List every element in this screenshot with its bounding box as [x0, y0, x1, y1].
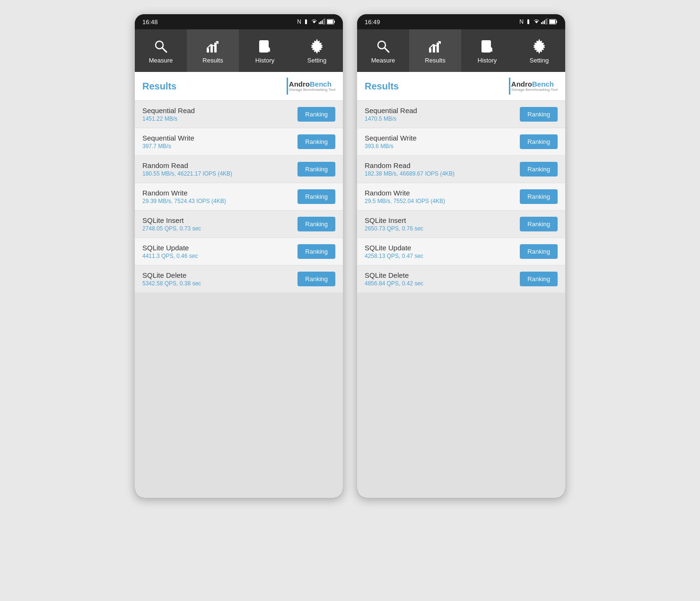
ranking-button[interactable]: Ranking — [520, 272, 558, 286]
ranking-button[interactable]: Ranking — [520, 107, 558, 122]
nav-item-results[interactable]: Results — [409, 29, 461, 72]
nav-label-results: Results — [425, 57, 445, 64]
nav-label-measure: Measure — [149, 57, 173, 64]
result-info: SQLite Delete4856.84 QPS, 0.42 sec — [365, 271, 423, 287]
ranking-button[interactable]: Ranking — [298, 107, 335, 122]
ranking-button[interactable]: Ranking — [298, 217, 335, 231]
result-value: 397.7 MB/s — [142, 143, 194, 150]
result-value: 180.55 MB/s, 46221.17 IOPS (4KB) — [142, 170, 232, 177]
svg-rect-25 — [547, 18, 548, 24]
result-value: 4856.84 QPS, 0.42 sec — [365, 280, 423, 287]
logo-sub: Storage Benchmarking Tool — [289, 88, 335, 92]
result-value: 29.39 MB/s, 7524.43 IOPS (4KB) — [142, 198, 226, 204]
nav-label-setting: Setting — [307, 57, 326, 64]
results-title: Results — [142, 81, 176, 92]
results-header: ResultsAndroBenchStorage Benchmarking To… — [357, 72, 565, 101]
result-name: Random Read — [142, 161, 232, 169]
result-row: Sequential Read1451.22 MB/sRanking — [135, 101, 343, 128]
wifi-icon — [533, 18, 540, 25]
content-area: ResultsAndroBenchStorage Benchmarking To… — [135, 72, 343, 498]
nav-item-measure[interactable]: Measure — [135, 29, 187, 72]
nav-label-history: History — [255, 57, 274, 64]
result-row: SQLite Insert2650.73 QPS, 0.76 secRankin… — [357, 211, 565, 238]
status-icons: N — [519, 18, 558, 25]
phone-1: 16:48 N MeasureResultsHistorySettingResu… — [135, 14, 343, 498]
svg-rect-8 — [334, 21, 335, 23]
ranking-button[interactable]: Ranking — [520, 134, 558, 149]
svg-rect-24 — [545, 19, 546, 24]
battery-icon — [327, 19, 335, 25]
svg-rect-3 — [322, 20, 323, 24]
ranking-button[interactable]: Ranking — [298, 189, 335, 204]
result-value: 4258.13 QPS, 0.47 sec — [365, 253, 423, 259]
setting-icon — [308, 38, 325, 55]
ranking-button[interactable]: Ranking — [520, 217, 558, 231]
result-row: Sequential Write393.6 MB/sRanking — [357, 128, 565, 156]
logo-text: AndroBenchStorage Benchmarking Tool — [511, 80, 558, 92]
result-row: Sequential Write397.7 MB/sRanking — [135, 128, 343, 156]
svg-rect-31 — [429, 48, 431, 53]
nav-item-setting[interactable]: Setting — [291, 29, 343, 72]
phone-2: 16:49 N MeasureResultsHistorySettingResu… — [357, 14, 565, 498]
result-name: SQLite Delete — [142, 271, 201, 279]
result-name: Sequential Write — [365, 134, 417, 142]
status-time: 16:48 — [142, 18, 158, 26]
status-icons: N — [297, 18, 335, 25]
svg-rect-4 — [323, 19, 324, 24]
svg-rect-11 — [207, 48, 209, 53]
result-info: SQLite Delete5342.58 QPS, 0.38 sec — [142, 271, 201, 287]
ranking-button[interactable]: Ranking — [520, 162, 558, 177]
ranking-button[interactable]: Ranking — [298, 272, 335, 286]
svg-line-30 — [385, 48, 389, 52]
nfc-icon: N — [519, 18, 524, 25]
ranking-button[interactable]: Ranking — [298, 134, 335, 149]
result-row: Sequential Read1470.5 MB/sRanking — [357, 101, 565, 128]
ranking-button[interactable]: Ranking — [298, 244, 335, 259]
svg-rect-27 — [550, 20, 555, 24]
svg-rect-23 — [544, 20, 545, 24]
svg-rect-1 — [319, 22, 320, 24]
result-row: SQLite Insert2748.05 QPS, 0.73 secRankin… — [135, 211, 343, 238]
result-row: SQLite Update4411.3 QPS, 0.46 secRanking — [135, 238, 343, 265]
svg-rect-32 — [433, 45, 435, 53]
vibrate-icon — [303, 18, 309, 25]
result-info: SQLite Update4411.3 QPS, 0.46 sec — [142, 244, 198, 259]
result-name: SQLite Insert — [142, 216, 201, 224]
results-header: ResultsAndroBenchStorage Benchmarking To… — [135, 72, 343, 101]
results-title: Results — [365, 81, 399, 92]
logo-sub: Storage Benchmarking Tool — [511, 88, 558, 92]
nav-item-history[interactable]: History — [461, 29, 513, 72]
nav-bar: MeasureResultsHistorySetting — [135, 29, 343, 72]
svg-rect-21 — [541, 22, 542, 24]
measure-icon — [375, 38, 392, 55]
result-info: SQLite Update4258.13 QPS, 0.47 sec — [365, 244, 423, 259]
logo-bar-accent — [287, 78, 288, 95]
nav-label-measure: Measure — [371, 57, 395, 64]
svg-rect-12 — [210, 45, 213, 53]
ranking-button[interactable]: Ranking — [298, 162, 335, 177]
result-info: Random Write29.5 MB/s, 7552.04 IOPS (4KB… — [365, 189, 445, 204]
logo-text: AndroBenchStorage Benchmarking Tool — [289, 80, 335, 92]
ranking-button[interactable]: Ranking — [520, 189, 558, 204]
nav-item-results[interactable]: Results — [187, 29, 239, 72]
nav-item-measure[interactable]: Measure — [357, 29, 409, 72]
result-info: Sequential Write397.7 MB/s — [142, 134, 194, 150]
svg-rect-20 — [527, 19, 529, 24]
vibrate-icon — [525, 18, 532, 25]
ranking-button[interactable]: Ranking — [520, 244, 558, 259]
nav-bar: MeasureResultsHistorySetting — [357, 29, 565, 72]
svg-point-38 — [488, 47, 492, 51]
result-name: SQLite Update — [365, 244, 423, 252]
logo-bar-accent — [509, 78, 510, 95]
nav-item-setting[interactable]: Setting — [513, 29, 565, 72]
result-info: SQLite Insert2748.05 QPS, 0.73 sec — [142, 216, 201, 232]
result-name: Sequential Read — [365, 106, 417, 115]
history-icon — [479, 38, 496, 55]
nav-label-results: Results — [202, 57, 223, 64]
result-info: Sequential Write393.6 MB/s — [365, 134, 417, 150]
androbench-logo: AndroBenchStorage Benchmarking Tool — [509, 78, 558, 95]
measure-icon — [152, 38, 169, 55]
results-icon — [204, 38, 221, 55]
nav-item-history[interactable]: History — [239, 29, 291, 72]
result-value: 2650.73 QPS, 0.76 sec — [365, 225, 423, 232]
